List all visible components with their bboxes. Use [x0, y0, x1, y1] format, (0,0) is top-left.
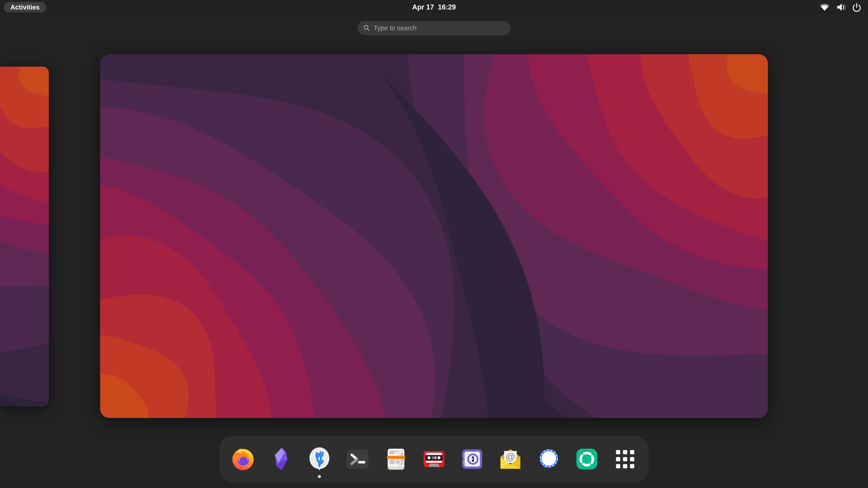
wallpaper-left	[0, 67, 49, 407]
workspace-preview-left[interactable]	[0, 67, 49, 407]
activities-label: Activities	[10, 4, 39, 11]
dash: NEWS @	[219, 436, 649, 482]
app-grid-icon	[612, 447, 638, 472]
svg-text:NEWS: NEWS	[400, 453, 404, 465]
console-icon	[345, 447, 370, 472]
power-icon	[852, 2, 862, 12]
firefox-icon	[230, 447, 256, 472]
element-icon	[574, 447, 599, 472]
search-input[interactable]	[374, 24, 506, 32]
1password-icon	[460, 447, 485, 472]
workspace-preview-active[interactable]	[100, 54, 768, 418]
dock-item-newsflash[interactable]: NEWS	[383, 436, 408, 482]
wallpaper-main	[100, 54, 768, 418]
newsflash-icon: NEWS	[383, 447, 408, 472]
top-bar: Activities Apr 17 16:29	[0, 0, 868, 14]
geary-icon: @	[498, 447, 523, 472]
dock-item-element[interactable]	[574, 436, 599, 482]
dock-item-obsidian[interactable]	[269, 436, 294, 482]
wifi-icon	[819, 2, 830, 12]
signal-icon	[536, 447, 561, 472]
dock-item-1password[interactable]	[460, 436, 485, 482]
dock-item-signal[interactable]	[536, 436, 561, 482]
activities-button[interactable]: Activities	[4, 2, 46, 12]
dock-item-console[interactable]	[345, 436, 370, 482]
obsidian-icon	[269, 447, 294, 472]
dock-item-app-grid[interactable]	[612, 436, 638, 482]
search-icon	[362, 24, 370, 33]
dock-item-cassette[interactable]	[421, 436, 447, 482]
volume-icon	[835, 2, 846, 12]
dock-item-firefox[interactable]	[230, 436, 256, 482]
fractal-icon	[307, 447, 332, 472]
system-status-area[interactable]	[817, 0, 864, 14]
dock-item-fractal[interactable]	[307, 436, 332, 482]
dock-item-geary[interactable]: @	[498, 436, 523, 482]
clock-button[interactable]: Apr 17 16:29	[412, 0, 456, 14]
clock-label: Apr 17 16:29	[412, 3, 456, 11]
svg-text:@: @	[506, 451, 515, 462]
running-indicator	[318, 475, 321, 478]
cassette-icon	[421, 447, 447, 472]
search-bar[interactable]	[358, 21, 510, 35]
